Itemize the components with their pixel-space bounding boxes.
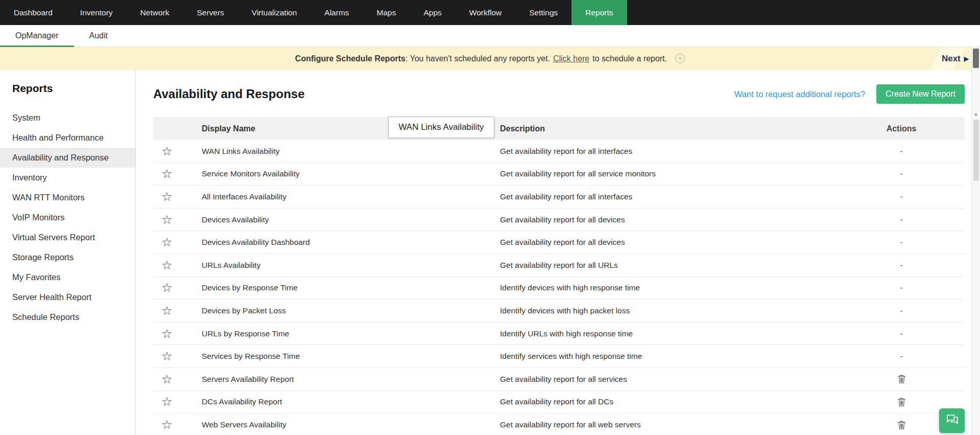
report-name-link[interactable]: Devices Availability	[189, 215, 500, 224]
no-action-dash: -	[883, 261, 919, 270]
nav-item-servers[interactable]: Servers	[183, 0, 237, 25]
report-description: Get availability report for all DCs	[500, 397, 883, 406]
report-name-link[interactable]: URLs Availability	[189, 261, 500, 270]
table-row-web-servers-availability[interactable]: ☆Web Servers AvailabilityGet availabilit…	[153, 414, 965, 435]
schedule-banner: Configure Schedule Reports: You haven't …	[0, 47, 980, 70]
nav-item-network[interactable]: Network	[127, 0, 183, 25]
table-row-devices-by-response-time[interactable]: ☆Devices by Response TimeIdentify device…	[153, 277, 965, 300]
nav-item-virtualization[interactable]: Virtualization	[238, 0, 310, 25]
page-title: Availability and Response	[153, 87, 305, 101]
scrollbar-thumb[interactable]	[973, 49, 979, 68]
nav-item-dashboard[interactable]: Dashboard	[0, 0, 66, 25]
favorite-star-icon[interactable]: ☆	[161, 144, 173, 158]
actions-column-header: Actions	[883, 124, 919, 133]
sidebar-item-health-and-performance[interactable]: Health and Performance	[0, 128, 135, 148]
report-name-link[interactable]: All Interfaces Availability	[189, 192, 500, 201]
report-name-link[interactable]: Servers Availability Report	[189, 375, 500, 384]
nav-item-reports[interactable]: Reports	[571, 0, 627, 25]
content-header: Availability and Response Want to reques…	[153, 84, 965, 104]
sidebar-item-schedule-reports[interactable]: Schedule Reports	[0, 307, 135, 327]
favorite-star-icon[interactable]: ☆	[161, 327, 173, 340]
table-row-devices-availability-dashboard[interactable]: ☆Devices Availability DashboardGet avail…	[153, 231, 965, 254]
report-name-link[interactable]: Devices by Packet Loss	[189, 306, 500, 315]
sidebar-item-inventory[interactable]: Inventory	[0, 168, 135, 188]
nav-item-settings[interactable]: Settings	[515, 0, 571, 25]
no-action-dash: -	[883, 192, 919, 201]
favorite-star-icon[interactable]: ☆	[161, 349, 173, 363]
favorite-star-icon[interactable]: ☆	[161, 258, 173, 272]
report-name-link[interactable]: Devices by Response Time	[189, 283, 500, 292]
table-row-devices-by-packet-loss[interactable]: ☆Devices by Packet LossIdentify devices …	[153, 300, 965, 323]
create-new-report-button[interactable]: Create New Report	[876, 84, 965, 104]
banner-bold-text: Configure Schedule Reports	[295, 54, 405, 63]
vertical-scrollbar[interactable]: ▲	[971, 47, 980, 435]
delete-report-icon[interactable]	[883, 420, 919, 429]
no-action-dash: -	[883, 147, 919, 156]
favorite-star-icon[interactable]: ☆	[161, 213, 173, 226]
nav-item-inventory[interactable]: Inventory	[66, 0, 127, 25]
feedback-chat-button[interactable]	[939, 408, 965, 433]
report-name-link[interactable]: DCs Availability Report	[189, 397, 500, 406]
sidebar-item-storage-reports[interactable]: Storage Reports	[0, 247, 135, 267]
sub-tabs: OpManagerAudit	[0, 25, 980, 47]
no-action-dash: -	[883, 169, 919, 178]
favorite-star-icon[interactable]: ☆	[161, 167, 173, 180]
scrollbar-inner-thumb[interactable]	[973, 120, 979, 181]
nav-item-apps[interactable]: Apps	[410, 0, 455, 25]
nav-item-alarms[interactable]: Alarms	[310, 0, 363, 25]
description-column-header[interactable]: Description	[500, 124, 883, 133]
table-row-urls-availability[interactable]: ☆URLs AvailabilityGet availability repor…	[153, 254, 965, 277]
table-row-service-monitors-availability[interactable]: ☆Service Monitors AvailabilityGet availa…	[153, 163, 965, 186]
request-additional-reports-link[interactable]: Want to request additional reports?	[734, 89, 865, 99]
sidebar-item-my-favorites[interactable]: My Favorites	[0, 267, 135, 287]
table-row-urls-by-response-time[interactable]: ☆URLs by Response TimeIdentify URLs with…	[153, 323, 965, 346]
report-name-link[interactable]: URLs by Response Time	[189, 329, 500, 338]
report-description: Get availability report for all devices	[500, 215, 883, 224]
table-row-servers-availability-report[interactable]: ☆Servers Availability ReportGet availabi…	[153, 368, 965, 391]
next-button[interactable]: Next ▶	[942, 47, 969, 70]
report-name-link[interactable]: Web Servers Availability	[189, 420, 500, 429]
report-description: Get availability report for all services	[500, 375, 883, 384]
banner-close-icon[interactable]: ×	[675, 54, 685, 63]
sidebar-items: SystemHealth and PerformanceAvailability…	[0, 108, 135, 327]
table-header-row: Display Name Description Actions	[153, 117, 965, 140]
banner-click-here-link[interactable]: Click here	[553, 54, 589, 63]
report-name-link[interactable]: WAN Links Availability	[189, 147, 500, 156]
favorite-star-icon[interactable]: ☆	[161, 395, 173, 408]
table-row-wan-links-availability[interactable]: ☆WAN Links AvailabilityGet availability …	[153, 140, 965, 163]
sidebar-item-wan-rtt-monitors[interactable]: WAN RTT Monitors	[0, 188, 135, 208]
report-name-link[interactable]: Services by Response Time	[189, 352, 500, 361]
sidebar-item-system[interactable]: System	[0, 108, 135, 128]
reports-sidebar: Reports SystemHealth and PerformanceAvai…	[0, 70, 136, 435]
favorite-star-icon[interactable]: ☆	[161, 304, 173, 317]
favorite-star-icon[interactable]: ☆	[161, 235, 173, 249]
report-description: Identify devices with high packet loss	[500, 306, 883, 315]
table-row-all-interfaces-availability[interactable]: ☆All Interfaces AvailabilityGet availabi…	[153, 186, 965, 209]
sidebar-item-virtual-servers-report[interactable]: Virtual Servers Report	[0, 227, 135, 247]
nav-item-workflow[interactable]: Workflow	[456, 0, 515, 25]
report-name-link[interactable]: Service Monitors Availability	[189, 169, 500, 178]
favorite-star-icon[interactable]: ☆	[161, 190, 173, 203]
report-description: Get availability report for all devices	[500, 238, 883, 247]
table-row-dcs-availability-report[interactable]: ☆DCs Availability ReportGet availability…	[153, 391, 965, 414]
favorite-star-icon[interactable]: ☆	[161, 418, 173, 431]
scrollbar-up-arrow-icon[interactable]: ▲	[972, 111, 980, 117]
delete-report-icon[interactable]	[883, 374, 919, 384]
nav-item-maps[interactable]: Maps	[363, 0, 410, 25]
report-name-link[interactable]: Devices Availability Dashboard	[189, 238, 500, 247]
reports-table: Display Name Description Actions ☆WAN Li…	[153, 117, 965, 435]
sidebar-item-server-health-report[interactable]: Server Health Report	[0, 287, 135, 307]
report-description: Get availability report for all service …	[500, 169, 883, 178]
table-row-services-by-response-time[interactable]: ☆Services by Response TimeIdentify servi…	[153, 345, 965, 368]
sidebar-item-availability-and-response[interactable]: Availability and Response	[0, 148, 135, 168]
table-row-devices-availability[interactable]: ☆Devices AvailabilityGet availability re…	[153, 209, 965, 232]
sidebar-item-voip-monitors[interactable]: VoIP Monitors	[0, 208, 135, 227]
no-action-dash: -	[883, 329, 919, 338]
tab-audit[interactable]: Audit	[74, 25, 123, 47]
favorite-star-icon[interactable]: ☆	[161, 281, 173, 294]
no-action-dash: -	[883, 215, 919, 224]
favorite-star-icon[interactable]: ☆	[161, 372, 173, 386]
content-panel: Availability and Response Want to reques…	[136, 70, 980, 435]
tab-opmanager[interactable]: OpManager	[0, 25, 74, 47]
delete-report-icon[interactable]	[883, 397, 919, 407]
